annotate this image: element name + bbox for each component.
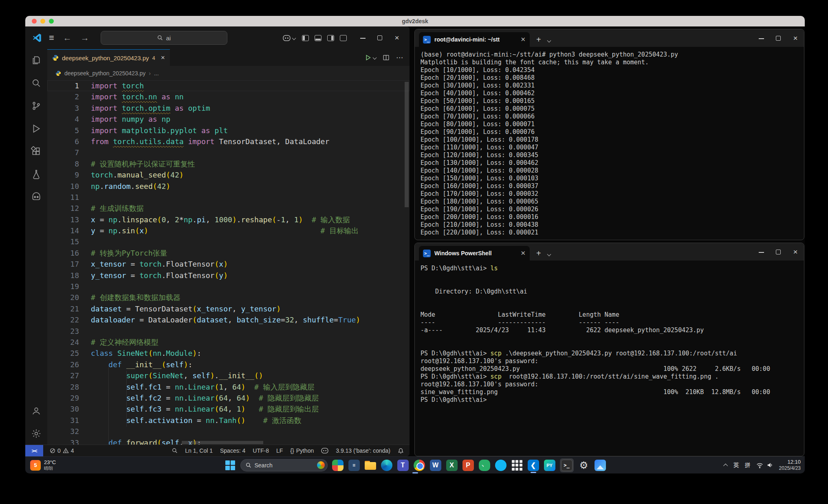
taskbar-remote-apps[interactable] (511, 459, 523, 471)
minimize-button[interactable] (753, 243, 770, 261)
ime-language[interactable]: 英 (733, 462, 739, 469)
close-traffic-light[interactable] (32, 19, 37, 24)
taskbar-file-explorer[interactable] (364, 459, 377, 471)
code-line[interactable]: 16# 转换为PyTorch张量 (47, 248, 410, 259)
notifications-bell-icon[interactable] (398, 448, 404, 454)
code-line[interactable]: 26 def __init__(self): (47, 359, 410, 370)
taskbar-photos[interactable] (594, 459, 606, 471)
code-line[interactable]: 30 self.fc3 = nn.Linear(64, 1) # 隐藏层到输出层 (47, 403, 410, 414)
code-line[interactable]: 21dataset = TensorDataset(x_tensor, y_te… (47, 303, 410, 314)
minimize-traffic-light[interactable] (40, 19, 45, 24)
terminal-output[interactable]: (base) root@davinci-mini:~/stt/ai# pytho… (415, 47, 804, 237)
start-button[interactable] (224, 459, 236, 471)
horizontal-scrollbar[interactable] (182, 441, 263, 444)
terminal-output[interactable]: PS D:\0gdh\stt\ai> ls Directory: D:\0gdh… (415, 261, 804, 404)
python-interpreter[interactable]: 3.9.13 ('base': conda) (336, 447, 390, 454)
tray-overflow-chevron[interactable] (723, 463, 728, 468)
tab-close-icon[interactable]: ✕ (520, 36, 526, 43)
code-line[interactable]: 18y_tensor = torch.FloatTensor(y) (47, 270, 410, 281)
taskbar-chrome[interactable] (413, 459, 425, 471)
code-line[interactable]: 3import torch.optim as optim (47, 103, 410, 114)
taskbar-settings[interactable]: ⚙ (578, 459, 590, 471)
taskbar-clock[interactable]: 12:10 2025/4/23 (779, 459, 801, 471)
forward-arrow-icon[interactable]: → (81, 33, 89, 43)
extensions-icon[interactable] (31, 146, 42, 157)
code-line[interactable]: 22dataloader = DataLoader(dataset, batch… (47, 314, 410, 325)
language-mode[interactable]: {}Python (290, 447, 314, 454)
system-tray-icons[interactable] (756, 462, 773, 468)
vertical-scrollbar[interactable] (405, 82, 409, 207)
toggle-panel-icon[interactable] (315, 35, 322, 41)
problems-status[interactable]: 0 4 (50, 447, 74, 454)
code-line[interactable]: 23 (47, 326, 410, 337)
vscode-titlebar[interactable]: ≡ ← → ai (25, 26, 410, 49)
taskbar-qq[interactable] (495, 459, 507, 471)
taskbar-word[interactable]: W (429, 459, 442, 471)
weather-widget[interactable]: 5 23°C 晴朗 (30, 457, 56, 473)
terminal-tabbar[interactable]: >_ root@davinci-mini: ~/stt ✕ + × (415, 29, 804, 47)
code-line[interactable]: 14y = np.sin(x) # 目标输出 (47, 225, 410, 236)
code-line[interactable]: 27 super(SineNet, self).__init__() (47, 370, 410, 381)
zoom-status-icon[interactable] (172, 448, 178, 454)
taskbar-search[interactable]: Search (240, 459, 328, 471)
tab-dropdown-icon[interactable] (547, 39, 551, 43)
taskbar-notepad[interactable]: ≡ (348, 459, 360, 471)
search-view-icon[interactable] (31, 78, 42, 88)
code-line[interactable]: 28 self.fc1 = nn.Linear(1, 64) # 输入层到隐藏层 (47, 381, 410, 392)
run-dropdown-icon[interactable] (373, 56, 377, 60)
code-line[interactable]: 15 (47, 236, 410, 247)
taskbar-wechat[interactable]: ﹆ (478, 459, 491, 471)
settings-gear-icon[interactable] (31, 428, 42, 439)
toggle-secondary-sidebar-icon[interactable] (327, 35, 334, 41)
taskbar-excel[interactable]: X (446, 459, 458, 471)
terminal-tab-ssh[interactable]: >_ root@davinci-mini: ~/stt ✕ (419, 32, 530, 47)
breadcrumb-more[interactable]: ... (154, 70, 159, 77)
close-button[interactable]: × (787, 243, 804, 261)
code-line[interactable]: 32 (47, 426, 410, 437)
code-line[interactable]: 7 (47, 147, 410, 158)
command-center-search[interactable]: ai (101, 31, 227, 45)
tab-close-icon[interactable]: ✕ (520, 250, 526, 257)
code-line[interactable]: 5import matplotlib.pyplot as plt (47, 125, 410, 136)
back-arrow-icon[interactable]: ← (63, 33, 72, 43)
maximize-button[interactable] (770, 29, 787, 47)
code-line[interactable]: 20# 创建数据集和数据加载器 (47, 292, 410, 303)
taskbar-vscode[interactable]: ❮ (527, 459, 540, 471)
customize-layout-icon[interactable] (340, 35, 347, 41)
eol-status[interactable]: LF (276, 447, 283, 454)
tab-dropdown-icon[interactable] (547, 252, 551, 256)
close-button[interactable]: × (388, 33, 405, 42)
terminal-tabbar[interactable]: >_ Windows PowerShell ✕ + × (415, 243, 804, 261)
remote-indicator[interactable]: >< (25, 445, 43, 456)
code-line[interactable]: 12# 生成训练数据 (47, 203, 410, 214)
code-line[interactable]: 31 self.activation = nn.Tanh() # 激活函数 (47, 415, 410, 426)
minimize-button[interactable] (354, 33, 371, 42)
code-line[interactable]: 1import torch (47, 80, 410, 91)
tab-deepseek-python[interactable]: deepseek_python_20250423.py 4 × (47, 49, 170, 66)
ai-assistant-icon[interactable] (31, 192, 42, 202)
terminal-tab-powershell[interactable]: >_ Windows PowerShell ✕ (419, 246, 530, 261)
taskbar-pycharm[interactable]: PY (544, 459, 556, 471)
taskbar-terminal-active[interactable]: >_ (560, 458, 574, 472)
code-line[interactable]: 19 (47, 281, 410, 292)
source-control-icon[interactable] (31, 101, 42, 111)
tab-close-icon[interactable]: × (161, 54, 165, 62)
code-line[interactable]: 4import numpy as np (47, 114, 410, 125)
zoom-traffic-light[interactable] (49, 19, 54, 24)
code-line[interactable]: 24# 定义神经网络模型 (47, 337, 410, 348)
taskbar-powerpoint[interactable]: P (462, 459, 474, 471)
taskbar-widgets[interactable] (332, 459, 344, 471)
testing-icon[interactable] (31, 169, 42, 180)
breadcrumb[interactable]: deepseek_python_20250423.py › ... (47, 66, 410, 80)
code-line[interactable]: 2import torch.nn as nn (47, 91, 410, 102)
code-line[interactable]: 13x = np.linspace(0, 2*np.pi, 1000).resh… (47, 214, 410, 225)
taskbar-teams[interactable]: T (397, 459, 409, 471)
code-line[interactable]: 17x_tensor = torch.FloatTensor(x) (47, 259, 410, 270)
code-line[interactable]: 25class SineNet(nn.Module): (47, 348, 410, 359)
menu-icon[interactable]: ≡ (49, 33, 54, 43)
mac-titlebar[interactable]: gdv2desk (25, 16, 805, 26)
minimize-button[interactable] (753, 29, 770, 47)
indentation-status[interactable]: Spaces: 4 (220, 447, 245, 454)
copilot-button[interactable] (283, 35, 295, 41)
code-line[interactable]: 8# 设置随机种子以保证可重复性 (47, 158, 410, 169)
